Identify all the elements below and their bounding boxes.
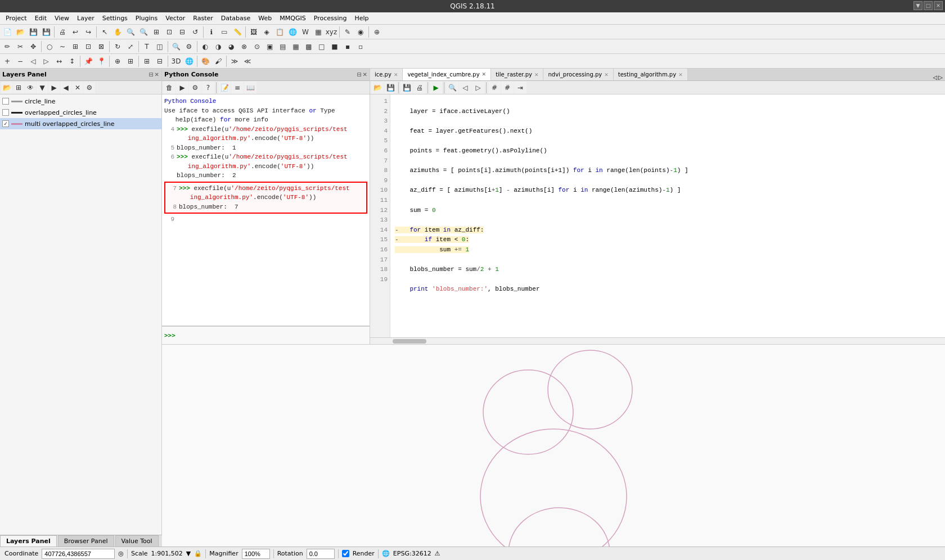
console-clear-btn[interactable]: 🗑 (163, 82, 176, 94)
console-docs-btn[interactable]: 📖 (244, 82, 256, 94)
ring-btn[interactable]: ○ (43, 40, 56, 53)
menu-edit[interactable]: Edit (32, 13, 50, 23)
tab-value-tool[interactable]: Value Tool (115, 535, 159, 547)
select-rect-btn[interactable]: ▭ (218, 26, 231, 38)
plugin11-btn[interactable]: ■ (328, 40, 341, 53)
plugin2-btn[interactable]: ◑ (212, 40, 224, 53)
zoom-in2-btn[interactable]: + (1, 55, 14, 67)
plugin9-btn[interactable]: ▩ (303, 40, 315, 53)
add-wms-btn[interactable]: 🌐 (286, 26, 299, 38)
editor-save-as-btn[interactable]: 💾 (400, 82, 413, 94)
palette-btn[interactable]: 🖌 (212, 55, 224, 67)
search-btn[interactable]: 🔍 (170, 40, 182, 53)
layers-panel-float-btn[interactable]: ⊟ (148, 71, 153, 78)
measure-btn[interactable]: 📏 (231, 26, 244, 38)
zoom-out-btn[interactable]: 🔍 (137, 26, 150, 38)
zoom-out2-btn[interactable]: − (14, 55, 26, 67)
editor-run-btn[interactable]: ▶ (430, 82, 442, 94)
tab-ice-py[interactable]: ice.py ✕ (370, 68, 403, 80)
plugin10-btn[interactable]: □ (316, 40, 328, 53)
merge-btn[interactable]: ⊠ (95, 40, 107, 53)
tab-testing-algorithm[interactable]: testing_algorithm.py ✕ (614, 68, 688, 80)
extra2-btn[interactable]: ≪ (241, 55, 254, 67)
hscroll-thumb[interactable] (393, 339, 426, 344)
editor-find-prev-btn[interactable]: ◁ (459, 82, 471, 94)
plugin3-btn[interactable]: ◕ (225, 40, 237, 53)
tile-btn[interactable]: ▦ (312, 26, 325, 38)
zoom-sel-btn[interactable]: ⊟ (176, 26, 188, 38)
maximize-button[interactable]: □ (924, 1, 933, 10)
render-checkbox[interactable] (342, 550, 349, 557)
menu-web[interactable]: Web (255, 13, 275, 23)
add-raster-btn[interactable]: 🖼 (248, 26, 260, 38)
tab-close-icon[interactable]: ✕ (394, 72, 398, 78)
filter-layer-btn[interactable]: ▼ (37, 82, 48, 93)
rotation-input[interactable] (307, 549, 335, 559)
layer-prop-btn[interactable]: ⚙ (84, 82, 95, 93)
editor-uncomment-btn[interactable]: # (501, 82, 514, 94)
simplify-btn[interactable]: ~ (56, 40, 69, 53)
menu-processing[interactable]: Processing (310, 13, 350, 23)
menu-settings[interactable]: Settings (99, 13, 131, 23)
menu-database[interactable]: Database (218, 13, 254, 23)
plugin4-btn[interactable]: ⊗ (238, 40, 250, 53)
identify-btn[interactable]: ℹ (205, 26, 218, 38)
plugin8-btn[interactable]: ▦ (290, 40, 302, 53)
console-options-btn[interactable]: ≡ (231, 82, 244, 94)
close-button[interactable]: ✕ (934, 1, 943, 10)
refresh-btn[interactable]: ↺ (189, 26, 201, 38)
console-help-btn[interactable]: ? (202, 82, 214, 94)
menu-vector[interactable]: Vector (162, 13, 188, 23)
add-group-btn[interactable]: ⊞ (13, 82, 24, 93)
new-project-btn[interactable]: 📄 (1, 26, 14, 38)
pan2-btn[interactable]: ↔ (53, 55, 65, 67)
tab-close-icon[interactable]: ✕ (534, 72, 539, 78)
globe-btn[interactable]: 🌐 (183, 55, 195, 67)
add-vector-btn[interactable]: ◈ (260, 26, 273, 38)
console-close-btn[interactable]: ✕ (363, 71, 367, 78)
layer-item[interactable]: circle_line (0, 96, 161, 107)
editor-find-next-btn[interactable]: ▷ (472, 82, 484, 94)
layer-checkbox[interactable] (2, 120, 9, 127)
layers-panel-close-btn[interactable]: ✕ (155, 71, 159, 78)
magnifier-input[interactable] (242, 549, 270, 559)
menu-help[interactable]: Help (351, 13, 372, 23)
manage-visibility-btn[interactable]: 👁 (25, 82, 36, 93)
plugin7-btn[interactable]: ▤ (277, 40, 289, 53)
pan-btn[interactable]: ✋ (111, 26, 124, 38)
editor-find-btn[interactable]: 🔍 (446, 82, 458, 94)
tab-close-icon[interactable]: ✕ (482, 71, 487, 77)
menu-mmqgis[interactable]: MMQGIS (276, 13, 309, 23)
plugin5-btn[interactable]: ⊙ (251, 40, 263, 53)
tab-ndvi[interactable]: ndvi_processing.py ✕ (543, 68, 613, 80)
console-input[interactable] (178, 332, 367, 339)
menu-view[interactable]: View (51, 13, 73, 23)
editor-save-btn[interactable]: 💾 (384, 82, 397, 94)
redo-btn[interactable]: ↪ (82, 26, 94, 38)
minimize-button[interactable]: ▼ (914, 1, 922, 10)
move-btn[interactable]: ✥ (27, 40, 39, 53)
console-settings-btn[interactable]: ⚙ (189, 82, 201, 94)
save-btn[interactable]: 💾 (27, 26, 39, 38)
pin2-btn[interactable]: 📍 (95, 55, 107, 67)
open-btn[interactable]: 📂 (14, 26, 26, 38)
zoom-prev-btn[interactable]: ◁ (27, 55, 39, 67)
tab-tile-raster[interactable]: tile_raster.py ✕ (491, 68, 543, 80)
plugin1-btn[interactable]: ◐ (199, 40, 212, 53)
extra1-btn[interactable]: ≫ (228, 55, 241, 67)
scale-feat-btn[interactable]: ⤢ (124, 40, 137, 53)
zoom-layer-btn[interactable]: ⊡ (163, 26, 176, 38)
undo-btn[interactable]: ↩ (69, 26, 82, 38)
rotate-btn[interactable]: ↻ (111, 40, 124, 53)
menu-project[interactable]: Project (2, 13, 30, 23)
label-btn[interactable]: T (141, 40, 153, 53)
select-btn[interactable]: ↖ (98, 26, 111, 38)
loc-btn[interactable]: ⊕ (111, 55, 124, 67)
pin-btn[interactable]: 📌 (82, 55, 94, 67)
plugin6-btn[interactable]: ▣ (264, 40, 276, 53)
layer-checkbox[interactable] (2, 98, 9, 105)
3d-btn[interactable]: 3D (170, 55, 182, 67)
coordinate-input[interactable] (42, 549, 115, 559)
expand-all-btn[interactable]: ▶ (48, 82, 60, 93)
wkt-btn[interactable]: W (299, 26, 312, 38)
